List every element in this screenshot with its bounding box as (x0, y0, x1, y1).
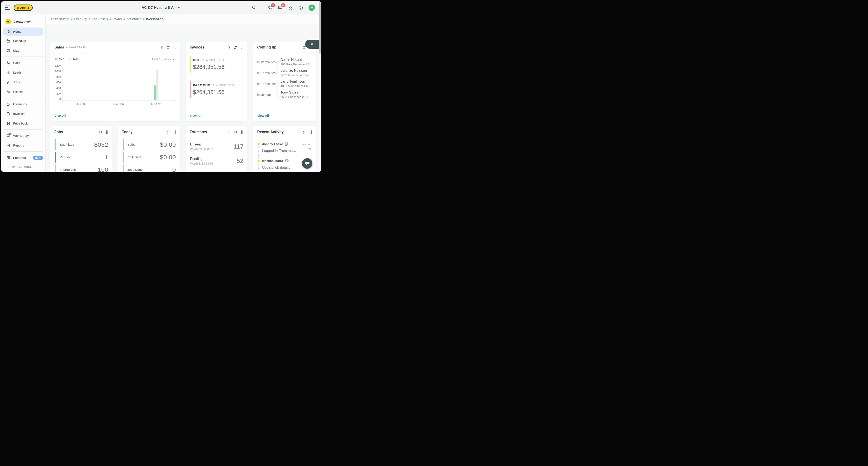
due-color-bar (190, 56, 190, 73)
sidebar-item-workiz-pay[interactable]: Workiz Pay (1, 131, 45, 141)
today-collected-row[interactable]: Collected $0.00 (118, 151, 180, 163)
sidebar-item-clients[interactable]: Clients (1, 87, 45, 97)
sidebar-item-estimates[interactable]: Estimates (1, 99, 45, 109)
appointment-row[interactable]: in 12 minutes Austin Noland 100 Park Bou… (257, 58, 312, 66)
card-title: Coming up (257, 45, 276, 50)
refresh-icon[interactable] (234, 45, 238, 49)
apps-grid-icon[interactable] (288, 5, 293, 10)
sidebar: + Create new Home Schedule Map Calls (1, 14, 45, 172)
card-title: Invoices (190, 45, 205, 50)
report-icon (6, 144, 10, 148)
card-title: Jobs (55, 130, 63, 134)
drag-handle-icon[interactable] (241, 45, 243, 49)
gear-icon (310, 42, 314, 46)
create-new-button[interactable]: + Create new (1, 17, 45, 27)
company-switcher[interactable]: AC-DC Heating & Air (142, 5, 181, 10)
sidebar-item-map[interactable]: Map (1, 45, 45, 55)
drag-handle-icon[interactable] (310, 130, 312, 134)
jobs-in-progress-row[interactable]: In progress 100 (50, 164, 113, 172)
breadcrumb-link[interactable]: LEAD STATUS (51, 18, 69, 21)
date-range-dropdown[interactable]: Last 14 Days (152, 57, 175, 61)
calendar-icon (6, 39, 10, 43)
wrench-icon (6, 80, 10, 84)
chat-widget-button[interactable] (302, 158, 312, 169)
messages-icon[interactable]: 10 (278, 5, 283, 10)
help-icon[interactable]: ? (228, 45, 230, 49)
chevron-down-icon (7, 166, 9, 168)
app-window: WORKIZ AC-DC Heating & Air 76 10 (1, 1, 321, 172)
sidebar-item-calls[interactable]: Calls (1, 58, 45, 68)
main-content: LEAD STATUS # LEAD (19) # JOB (15431) # … (45, 14, 321, 172)
past-due-invoices-stat: PAST DUE 114 INVOICES $264,351.56 (190, 84, 244, 96)
estimates-pending-row[interactable]: Pending Worth $33,824.76 52 (186, 155, 248, 167)
appointment-row[interactable]: in 27 minutes Larry Tomlinson 4067 Main … (257, 80, 312, 88)
estimates-unsent-row[interactable]: Unsent Worth $90,058.07 117 (186, 141, 248, 152)
drag-handle-icon[interactable] (106, 130, 108, 134)
estimates-approved-row[interactable]: Approved 15 (186, 169, 248, 172)
sales-y-axis: 120010008006004002000 (55, 64, 62, 100)
sales-plot (62, 64, 175, 100)
activity-item[interactable]: Johnny Locke an hour ago Logged In From … (257, 142, 312, 153)
refresh-icon[interactable] (166, 45, 170, 49)
search-icon[interactable] (252, 5, 256, 10)
sidebar-item-invoices[interactable]: Invoices (1, 109, 45, 119)
doc-pencil-icon (6, 102, 10, 106)
invoices-card: Invoices ? DUE 114 INVOICES (186, 42, 248, 121)
chevron-down-icon (173, 58, 175, 60)
refresh-icon[interactable] (99, 130, 102, 134)
past-due-amount: $264,351.56 (193, 89, 244, 96)
drag-handle-icon[interactable] (174, 45, 176, 49)
dashboard-settings-button[interactable] (305, 40, 319, 49)
view-all-link[interactable]: View All (55, 114, 66, 117)
phone-icon (6, 61, 10, 65)
legend-item-net[interactable]: Net (55, 57, 64, 61)
jobs-pending-row[interactable]: Pending 1 (50, 151, 113, 163)
features-icon (6, 156, 10, 160)
refresh-icon[interactable] (166, 130, 170, 134)
user-avatar[interactable]: KI (309, 4, 315, 11)
legend-item-total[interactable]: Total (69, 57, 79, 61)
sidebar-item-price-book[interactable]: Price book (1, 119, 45, 128)
hamburger-menu-icon[interactable] (5, 5, 10, 10)
view-all-link[interactable]: View All (190, 114, 202, 117)
sidebar-item-reports[interactable]: Reports (1, 141, 45, 150)
chat-bubble-icon (304, 161, 310, 166)
my-features-toggle[interactable]: MY FEATURES (1, 162, 45, 168)
refresh-icon[interactable] (302, 130, 306, 134)
workiz-logo[interactable]: WORKIZ (13, 4, 33, 11)
help-icon[interactable]: ? (161, 45, 163, 49)
jobs-submitted-row[interactable]: Submitted 8032 (50, 139, 113, 150)
sales-card: Sales updated 5:29 PM ? Net (50, 42, 180, 121)
sales-bar-chart: 120010008006004002000 (55, 64, 175, 100)
sidebar-divider (4, 151, 43, 152)
calls-icon[interactable]: 76 (268, 5, 272, 10)
drag-handle-icon[interactable] (241, 130, 243, 134)
company-name: AC-DC Heating & Air (142, 5, 176, 10)
sidebar-item-home[interactable]: Home (3, 28, 43, 35)
people-icon (6, 90, 10, 94)
sidebar-item-jobs[interactable]: Jobs (1, 77, 45, 87)
sidebar-item-schedule[interactable]: Schedule (1, 36, 45, 45)
breadcrumb-link[interactable]: LEAD (19) (74, 18, 87, 21)
appointment-row[interactable]: in 27 minutes Lorenzo Nealson 9449 Friar… (257, 69, 312, 77)
today-jobs-done-row[interactable]: Jobs Done 0 (118, 164, 180, 172)
today-sales-row[interactable]: Sales $0.00 (118, 139, 180, 150)
view-all-link[interactable]: View All (257, 114, 269, 117)
doc-dollar-icon (6, 112, 10, 116)
activity-timeline (258, 163, 258, 172)
sidebar-divider (4, 98, 43, 98)
mobile-icon (285, 142, 288, 146)
help-icon[interactable]: ? (228, 130, 230, 134)
breadcrumb-link[interactable]: SCHEDULE (127, 18, 142, 21)
refresh-icon[interactable] (234, 130, 238, 134)
chevron-down-icon (178, 7, 181, 9)
sidebar-item-leads[interactable]: Leads (1, 68, 45, 77)
breadcrumb-link[interactable]: LEADS (113, 18, 122, 21)
scrollbar-thumb[interactable] (319, 2, 321, 54)
breadcrumb-link[interactable]: JOB (15431) (92, 18, 108, 21)
help-icon[interactable] (298, 5, 303, 10)
appointment-row[interactable]: in an hour Tony Gates 9555 Chesapeake D… (257, 90, 312, 99)
sidebar-item-features[interactable]: Features NEW (1, 153, 45, 162)
drag-handle-icon[interactable] (174, 130, 176, 134)
today-card: Today Sales $0.00 Collected (118, 126, 180, 172)
